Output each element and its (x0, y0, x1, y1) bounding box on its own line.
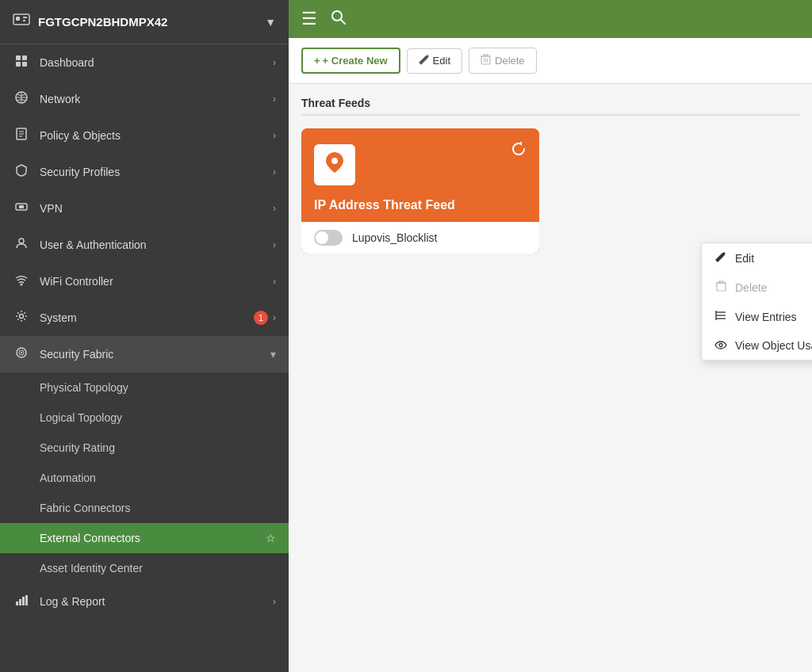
sidebar-item-policy-objects[interactable]: Policy & Objects › (0, 117, 289, 154)
svg-rect-6 (16, 62, 21, 67)
svg-point-17 (19, 239, 24, 243)
context-edit-icon (714, 251, 727, 265)
delete-button[interactable]: Delete (469, 48, 537, 74)
context-menu-view-entries[interactable]: View Entries (702, 302, 812, 331)
sidebar-header-chevron[interactable]: ▼ (265, 16, 276, 29)
external-connectors-star[interactable]: ☆ (266, 532, 276, 544)
wifi-arrow: › (273, 276, 276, 287)
ip-threat-feed-icon (323, 151, 347, 180)
card-icon-wrap (314, 144, 355, 185)
sidebar-item-user-auth[interactable]: User & Authentication › (0, 227, 289, 263)
user-auth-label: User & Authentication (40, 239, 273, 251)
sidebar-submenu-item-physical-topology[interactable]: Physical Topology (0, 372, 289, 403)
delete-trash-icon (481, 54, 491, 67)
toolbar: + + Create New Edit Delete (289, 38, 812, 84)
security-fabric-arrow: ▾ (270, 348, 276, 361)
sidebar-item-system[interactable]: System 1 › (0, 300, 289, 336)
network-label: Network (40, 93, 273, 105)
fabric-connectors-label: Fabric Connectors (40, 502, 276, 514)
security-profiles-label: Security Profiles (40, 166, 273, 178)
sidebar-item-wifi[interactable]: WiFi Controller › (0, 263, 289, 300)
entry-name: Lupovis_Blocklist (352, 231, 437, 244)
log-report-label: Log & Report (40, 595, 273, 608)
dashboard-icon (13, 55, 30, 71)
card-title: IP Address Threat Feed (301, 198, 539, 222)
menu-icon[interactable]: ☰ (301, 9, 317, 29)
section-title: Threat Feeds (301, 97, 799, 116)
sidebar-submenu-item-logical-topology[interactable]: Logical Topology (0, 403, 289, 433)
entry-toggle[interactable] (314, 230, 343, 246)
create-new-label: + Create New (323, 55, 388, 67)
system-badge: 1 (254, 311, 268, 325)
svg-rect-7 (22, 62, 27, 67)
sidebar-header-left: FGTGCPN2BHDMPX42 (13, 11, 167, 32)
edit-pencil-icon (419, 55, 429, 67)
context-menu-delete[interactable]: Delete (702, 273, 812, 302)
system-label: System (40, 311, 254, 324)
system-arrow: › (273, 312, 276, 323)
svg-point-22 (21, 352, 22, 353)
create-plus-icon: + (314, 55, 320, 67)
security-profiles-icon (13, 164, 30, 180)
card-body: Lupovis_Blocklist (301, 222, 539, 254)
create-new-button[interactable]: + + Create New (301, 48, 400, 74)
wifi-label: WiFi Controller (40, 275, 273, 288)
sidebar-item-vpn[interactable]: VPN › (0, 190, 289, 227)
svg-rect-3 (23, 20, 25, 21)
sidebar-submenu-item-automation[interactable]: Automation (0, 463, 289, 493)
card-header (301, 128, 539, 198)
dashboard-arrow: › (273, 57, 276, 68)
network-icon (13, 91, 30, 107)
dashboard-label: Dashboard (40, 56, 273, 69)
log-report-icon (13, 594, 30, 609)
svg-rect-24 (19, 599, 21, 605)
svg-rect-16 (19, 205, 24, 208)
automation-label: Automation (40, 472, 276, 484)
sidebar-submenu-item-fabric-connectors[interactable]: Fabric Connectors (0, 493, 289, 523)
svg-point-38 (331, 158, 338, 164)
context-edit-label: Edit (735, 252, 754, 265)
sidebar-item-network[interactable]: Network › (0, 81, 289, 117)
security-fabric-icon (13, 346, 30, 362)
network-arrow: › (273, 94, 276, 105)
context-delete-icon (714, 281, 727, 294)
sidebar-item-dashboard[interactable]: Dashboard › (0, 44, 289, 81)
sidebar-header[interactable]: FGTGCPN2BHDMPX42 ▼ (0, 0, 289, 44)
sidebar-item-log-report[interactable]: Log & Report › (0, 583, 289, 620)
wifi-icon (13, 273, 30, 289)
edit-label: Edit (433, 55, 450, 67)
vpn-arrow: › (273, 203, 276, 214)
physical-topology-label: Physical Topology (40, 381, 276, 394)
security-fabric-label: Security Fabric (40, 348, 270, 361)
asset-identity-center-label: Asset Identity Center (40, 562, 276, 575)
svg-rect-5 (22, 55, 27, 60)
svg-point-18 (21, 284, 23, 286)
policy-objects-arrow: › (273, 130, 276, 141)
user-auth-arrow: › (273, 239, 276, 250)
policy-objects-label: Policy & Objects (40, 129, 273, 142)
context-delete-label: Delete (735, 281, 767, 294)
content-area: Threat Feeds IP Address Threat Feed (289, 84, 812, 672)
sidebar-item-security-fabric[interactable]: Security Fabric ▾ (0, 336, 289, 372)
svg-rect-26 (25, 595, 28, 605)
svg-rect-23 (16, 601, 18, 605)
edit-button[interactable]: Edit (407, 48, 462, 74)
sidebar: FGTGCPN2BHDMPX42 ▼ Dashboard › Network ›… (0, 0, 289, 672)
context-view-entries-label: View Entries (735, 311, 797, 323)
external-connectors-label: External Connectors (40, 532, 266, 544)
sidebar-submenu-item-asset-identity-center[interactable]: Asset Identity Center (0, 553, 289, 583)
device-icon (13, 11, 30, 32)
context-menu-edit[interactable]: Edit (702, 243, 812, 273)
svg-rect-25 (22, 597, 25, 605)
threat-feed-card[interactable]: IP Address Threat Feed Lupovis_Blocklist (301, 128, 539, 254)
search-icon[interactable] (330, 9, 347, 30)
context-menu: Edit Delete View Entries View Object Usa… (701, 242, 812, 361)
context-list-icon (714, 310, 727, 323)
context-view-object-usage-label: View Object Usage (735, 339, 812, 352)
card-refresh-icon[interactable] (511, 141, 527, 161)
sidebar-submenu-item-security-rating[interactable]: Security Rating (0, 433, 289, 463)
sidebar-item-security-profiles[interactable]: Security Profiles › (0, 154, 289, 190)
sidebar-submenu-item-external-connectors[interactable]: External Connectors ☆ (0, 523, 289, 553)
context-menu-view-object-usage[interactable]: View Object Usage (702, 331, 812, 360)
svg-rect-39 (717, 283, 726, 291)
